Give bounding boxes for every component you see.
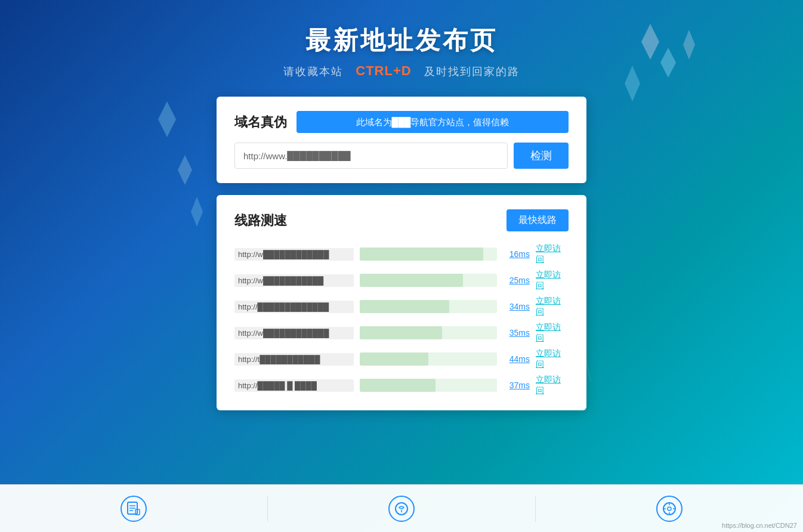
domain-card-header: 域名真伪 此域名为███导航官方站点，值得信赖 <box>234 111 569 133</box>
page-title: 最新地址发布页 <box>305 24 498 57</box>
speed-bar-container <box>360 300 497 313</box>
svg-point-21 <box>668 507 671 511</box>
bottom-bar <box>0 484 803 532</box>
speed-bar-container <box>360 274 497 287</box>
speed-bar-container <box>360 379 497 392</box>
speed-title: 线路测速 <box>234 212 287 230</box>
speed-url: http://w███████████ <box>234 274 354 287</box>
speed-card-header: 线路测速 最快线路 <box>234 209 569 231</box>
page-subtitle: 请收藏本站 CTRL+D 及时找到回家的路 <box>283 63 519 79</box>
subtitle-prefix: 请收藏本站 <box>283 66 343 78</box>
speed-url: http://w████████████ <box>234 248 354 261</box>
domain-label: 域名真伪 <box>234 113 287 131</box>
speed-ms[interactable]: 35ms <box>503 328 530 338</box>
speed-ms[interactable]: 44ms <box>503 354 530 364</box>
speed-rows: http://w████████████ 16ms 立即访问 http://w█… <box>234 243 569 396</box>
speed-row: http://█████ █ ████ 37ms 立即访问 <box>234 375 569 396</box>
bottom-item-1 <box>0 496 268 522</box>
speed-bar <box>360 248 483 261</box>
url-label: https://blog.cn.net/CDN27 <box>722 522 797 529</box>
speed-visit-link[interactable]: 立即访问 <box>536 296 569 317</box>
speed-url: http://█████ █ ████ <box>234 379 354 392</box>
speed-ms[interactable]: 34ms <box>503 302 530 311</box>
speed-visit-link[interactable]: 立即访问 <box>536 322 569 344</box>
subtitle-highlight: CTRL+D <box>356 63 411 78</box>
domain-input[interactable] <box>234 143 508 169</box>
bottom-icon-2 <box>388 496 415 522</box>
bottom-icon-1 <box>121 496 147 522</box>
speed-bar-container <box>360 326 497 339</box>
domain-trust-badge: 此域名为███导航官方站点，值得信赖 <box>297 111 569 133</box>
speed-visit-link[interactable]: 立即访问 <box>536 348 569 370</box>
speed-visit-link[interactable]: 立即访问 <box>536 243 569 265</box>
speed-bar <box>360 300 449 313</box>
domain-input-row: 检测 <box>234 143 569 169</box>
speed-visit-link[interactable]: 立即访问 <box>536 270 569 291</box>
speed-url: http://t███████████ <box>234 353 354 366</box>
speed-visit-link[interactable]: 立即访问 <box>536 375 569 396</box>
bottom-item-3 <box>536 496 803 522</box>
speed-card: 线路测速 最快线路 http://w████████████ 16ms 立即访问… <box>217 195 586 410</box>
speed-row: http://w███████████ 25ms 立即访问 <box>234 270 569 291</box>
speed-bar-container <box>360 352 497 366</box>
speed-ms[interactable]: 25ms <box>503 276 530 285</box>
speed-row: http://w████████████ 35ms 立即访问 <box>234 322 569 344</box>
speed-row: http://w████████████ 16ms 立即访问 <box>234 243 569 265</box>
speed-bar-container <box>360 248 497 261</box>
fastest-button[interactable]: 最快线路 <box>506 209 569 231</box>
bottom-item-2 <box>268 496 536 522</box>
speed-bar <box>360 352 428 366</box>
speed-bar <box>360 274 463 287</box>
speed-row: http://t███████████ 44ms 立即访问 <box>234 348 569 370</box>
speed-ms[interactable]: 37ms <box>503 381 530 390</box>
speed-url: http://█████████████ <box>234 301 354 313</box>
speed-ms[interactable]: 16ms <box>503 249 530 259</box>
speed-url: http://w████████████ <box>234 327 354 339</box>
detect-button[interactable]: 检测 <box>514 143 569 169</box>
domain-card: 域名真伪 此域名为███导航官方站点，值得信赖 检测 <box>217 97 586 183</box>
subtitle-suffix: 及时找到回家的路 <box>424 66 520 78</box>
bottom-icon-3 <box>656 496 682 522</box>
speed-bar <box>360 326 442 339</box>
speed-row: http://█████████████ 34ms 立即访问 <box>234 296 569 317</box>
speed-bar <box>360 379 436 392</box>
